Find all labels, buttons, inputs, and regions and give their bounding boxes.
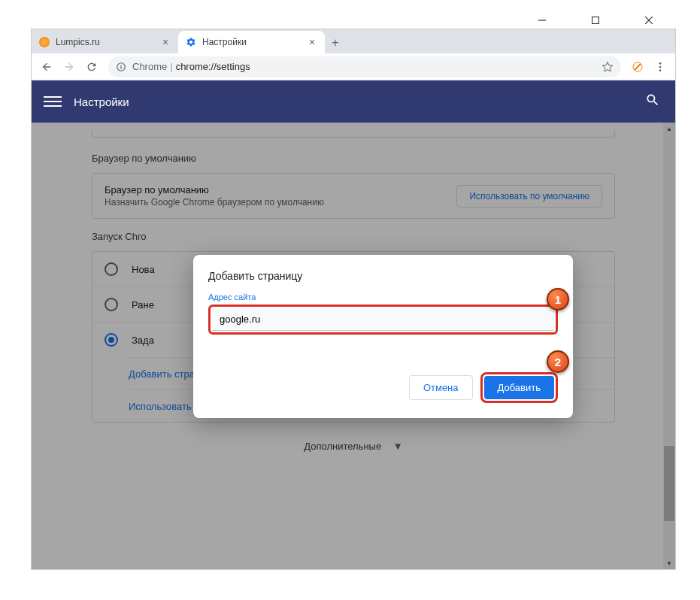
tab-settings[interactable]: Настройки × xyxy=(178,31,325,53)
forward-button[interactable] xyxy=(59,56,80,77)
dialog-title: Добавить страницу xyxy=(208,270,558,282)
tab-favicon-icon xyxy=(39,37,50,47)
add-button[interactable]: Добавить xyxy=(484,376,554,399)
extension-icon[interactable] xyxy=(627,56,648,77)
add-page-dialog: Добавить страницу Адрес сайта Отмена Доб… xyxy=(193,255,573,418)
close-tab-icon[interactable]: × xyxy=(307,37,317,47)
settings-header: Настройки xyxy=(32,80,675,123)
highlight-marker-2: Добавить xyxy=(480,372,558,403)
titlebar: Lumpics.ru × Настройки × + xyxy=(32,29,675,53)
tab-title: Настройки xyxy=(202,37,307,47)
tab-lumpics[interactable]: Lumpics.ru × xyxy=(32,31,178,53)
back-button[interactable] xyxy=(36,56,57,77)
tab-title: Lumpics.ru xyxy=(56,37,160,47)
reload-button[interactable] xyxy=(81,56,102,77)
search-icon[interactable] xyxy=(645,92,663,111)
site-info-icon[interactable] xyxy=(116,62,126,72)
new-tab-button[interactable]: + xyxy=(325,32,346,53)
annotation-marker-2: 2 xyxy=(547,350,569,373)
omnibox-path: chrome://settings xyxy=(176,61,250,72)
browser-window: Lumpics.ru × Настройки × + Chrome | chro… xyxy=(31,29,676,570)
menu-button[interactable] xyxy=(650,56,671,77)
url-input[interactable] xyxy=(212,308,554,331)
omnibox[interactable]: Chrome | chrome://settings xyxy=(108,56,621,77)
cancel-button[interactable]: Отмена xyxy=(409,375,473,400)
svg-point-8 xyxy=(659,62,662,65)
annotation-marker-1: 1 xyxy=(547,288,569,311)
svg-point-9 xyxy=(659,65,662,68)
omnibox-host: Chrome xyxy=(132,61,167,72)
url-field-label: Адрес сайта xyxy=(208,292,558,302)
close-tab-icon[interactable]: × xyxy=(160,37,171,47)
tab-favicon-icon xyxy=(186,37,196,47)
page-title: Настройки xyxy=(74,95,645,108)
star-icon[interactable] xyxy=(602,61,614,73)
toolbar: Chrome | chrome://settings xyxy=(32,53,675,80)
hamburger-icon[interactable] xyxy=(44,92,62,111)
svg-point-10 xyxy=(659,69,662,71)
svg-rect-1 xyxy=(592,17,598,24)
highlight-marker-1 xyxy=(208,305,558,335)
